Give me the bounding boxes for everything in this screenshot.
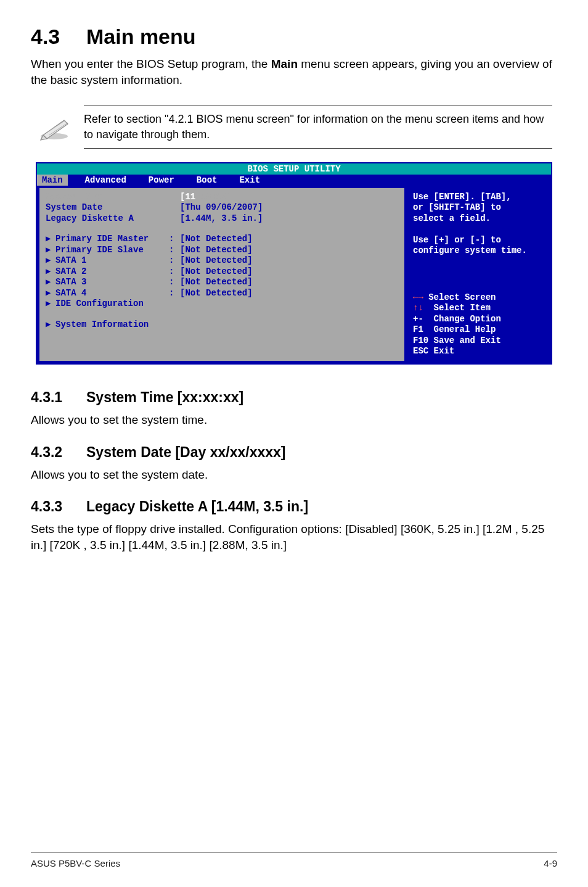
triangle-icon: ▶: [46, 288, 55, 299]
page-title: 4.3Main menu: [31, 25, 557, 49]
bios-body: System Time [11:10:19] System Date [Thu …: [37, 186, 551, 363]
intro-paragraph: When you enter the BIOS Setup program, t…: [31, 56, 557, 88]
row-ide-config[interactable]: ▶ IDE Configuration: [46, 299, 398, 310]
footer-right: 4-9: [544, 858, 557, 868]
section-heading-433: 4.3.3Legacy Diskette A [1.44M, 3.5 in.]: [31, 498, 557, 515]
pencil-icon: [36, 113, 73, 141]
row-sata2[interactable]: ▶ SATA 2 : [Not Detected]: [46, 266, 398, 278]
footer-left: ASUS P5BV-C Series: [31, 858, 120, 868]
help-line: Use [ENTER]. [TAB],: [413, 192, 542, 203]
value-legacy-diskette: [1.44M, 3.5 in.]: [180, 213, 398, 225]
triangle-icon: ▶: [46, 320, 55, 331]
label-system-time: System Time: [46, 192, 169, 203]
colon: :: [169, 245, 180, 256]
colon: [169, 202, 180, 213]
row-sata1[interactable]: ▶ SATA 1 : [Not Detected]: [46, 255, 398, 266]
section-text-432: Allows you to set the system date.: [31, 467, 557, 483]
triangle-icon: ▶: [46, 299, 55, 310]
colon: [169, 213, 180, 225]
spacer: [46, 310, 398, 320]
label-sata3: SATA 3: [55, 277, 169, 288]
bios-tab-main[interactable]: Main: [37, 175, 68, 186]
value-pim: [Not Detected]: [180, 234, 398, 245]
help-line: F1 General Help: [413, 324, 542, 336]
bios-tab-power[interactable]: Power: [144, 175, 179, 186]
row-primary-ide-slave[interactable]: ▶ Primary IDE Slave : [Not Detected]: [46, 245, 398, 256]
label-sysinfo: System Information: [55, 320, 169, 331]
section-number: 4.3.2: [31, 444, 86, 461]
help-line: configure system time.: [413, 245, 542, 257]
help-line: F10 Save and Exit: [413, 336, 542, 347]
value-sata2: [Not Detected]: [180, 266, 398, 278]
value-sata3: [Not Detected]: [180, 277, 398, 288]
help-line: [413, 224, 542, 235]
section-title: Legacy Diskette A [1.44M, 3.5 in.]: [86, 498, 308, 514]
spacer: [413, 257, 542, 292]
colon: [169, 192, 180, 203]
intro-bold: Main: [271, 57, 298, 70]
section-heading-432: 4.3.2System Date [Day xx/xx/xxxx]: [31, 444, 557, 461]
bios-tab-boot[interactable]: Boot: [192, 175, 223, 186]
note-text-wrap: Refer to section "4.2.1 BIOS menu screen…: [84, 105, 552, 149]
help-line: select a field.: [413, 213, 542, 225]
title-number: 4.3: [31, 25, 86, 49]
section-text-431: Allows you to set the system time.: [31, 412, 557, 428]
row-sata3[interactable]: ▶ SATA 3 : [Not Detected]: [46, 277, 398, 288]
row-legacy-diskette[interactable]: Legacy Diskette A [1.44M, 3.5 in.]: [46, 213, 398, 225]
label-pim: Primary IDE Master: [55, 234, 169, 245]
help-select-item: ↑↓ Select Item: [413, 303, 542, 314]
row-system-info[interactable]: ▶ System Information: [46, 320, 398, 331]
bios-tab-advanced[interactable]: Advanced: [80, 175, 131, 186]
value-sata1: [Not Detected]: [180, 255, 398, 266]
row-system-time[interactable]: System Time [11:10:19]: [46, 192, 398, 203]
label-pis: Primary IDE Slave: [55, 245, 169, 256]
help-select-screen: ←→ Select Screen: [413, 292, 542, 303]
triangle-icon: ▶: [46, 245, 55, 256]
help-line: or [SHIFT-TAB] to: [413, 202, 542, 213]
help-select-screen-text: Select Screen: [428, 292, 496, 302]
help-select-item-text: Select Item: [434, 303, 491, 313]
value-system-time-rest: :10:19]: [195, 192, 232, 202]
arrows-ud-icon: ↑↓: [413, 303, 434, 313]
section-title: System Time [xx:xx:xx]: [86, 389, 243, 405]
note-block: Refer to section "4.2.1 BIOS menu screen…: [36, 105, 552, 149]
bios-left-panel: System Time [11:10:19] System Date [Thu …: [39, 188, 404, 361]
colon: :: [169, 266, 180, 278]
section-number: 4.3.1: [31, 389, 86, 406]
section-heading-431: 4.3.1System Time [xx:xx:xx]: [31, 389, 557, 406]
bios-header: BIOS SETUP UTILITY: [37, 163, 551, 175]
value-pis: [Not Detected]: [180, 245, 398, 256]
arrows-lr-icon: ←→: [413, 292, 428, 302]
value-system-time-hl: [11: [180, 192, 195, 202]
help-line: +- Change Option: [413, 314, 542, 325]
triangle-icon: ▶: [46, 255, 55, 266]
bios-screen: BIOS SETUP UTILITY Main Advanced Power B…: [36, 162, 552, 365]
help-line: Use [+] or [-] to: [413, 235, 542, 246]
page-footer: ASUS P5BV-C Series 4-9: [31, 852, 557, 868]
bios-tab-exit[interactable]: Exit: [234, 175, 265, 186]
triangle-icon: ▶: [46, 277, 55, 288]
label-system-date: System Date: [46, 202, 169, 213]
colon: :: [169, 288, 180, 299]
note-text: Refer to section "4.2.1 BIOS menu screen…: [84, 112, 552, 142]
value-system-time: [11:10:19]: [180, 192, 398, 203]
title-text: Main menu: [86, 25, 196, 48]
colon: :: [169, 255, 180, 266]
bios-right-panel: Use [ENTER]. [TAB], or [SHIFT-TAB] to se…: [407, 188, 549, 361]
section-number: 4.3.3: [31, 498, 86, 515]
colon: :: [169, 234, 180, 245]
bios-tabs: Main Advanced Power Boot Exit: [37, 175, 551, 186]
section-title: System Date [Day xx/xx/xxxx]: [86, 444, 285, 460]
row-primary-ide-master[interactable]: ▶ Primary IDE Master : [Not Detected]: [46, 234, 398, 245]
value-system-date: [Thu 09/06/2007]: [180, 202, 398, 213]
label-sata2: SATA 2: [55, 266, 169, 278]
label-ide-config: IDE Configuration: [55, 299, 169, 310]
row-sata4[interactable]: ▶ SATA 4 : [Not Detected]: [46, 288, 398, 299]
label-sata4: SATA 4: [55, 288, 169, 299]
row-system-date[interactable]: System Date [Thu 09/06/2007]: [46, 202, 398, 213]
label-legacy-diskette: Legacy Diskette A: [46, 213, 169, 225]
spacer: [46, 224, 398, 234]
section-text-433: Sets the type of floppy drive installed.…: [31, 521, 557, 553]
triangle-icon: ▶: [46, 266, 55, 278]
intro-pre: When you enter the BIOS Setup program, t…: [31, 57, 271, 70]
